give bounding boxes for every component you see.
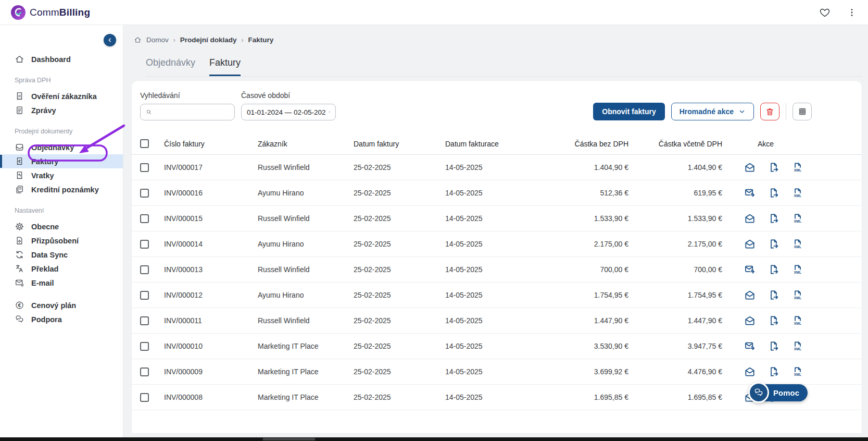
- billing-date: 14-05-2025: [445, 291, 537, 299]
- email-gear-icon: [15, 278, 24, 288]
- sidebar-collapse-button[interactable]: [104, 34, 116, 46]
- customer-name: Marketing IT Place: [258, 368, 354, 376]
- amount-gross: 619,95 €: [634, 189, 728, 197]
- search-input[interactable]: [156, 108, 229, 116]
- sidebar-item-obecne[interactable]: Obecne: [0, 219, 123, 234]
- sidebar-item-ov-en-z-kazn-ka[interactable]: Ověření zákazníka: [0, 89, 123, 103]
- sidebar-item-cenov-pl-n[interactable]: €Cenový plán: [0, 298, 123, 312]
- tab-objednavky[interactable]: Objednávky: [146, 57, 195, 76]
- invoice-date: 25-02-2025: [354, 240, 445, 248]
- return-receipt-icon: [15, 170, 24, 180]
- envelope-send-icon[interactable]: [744, 264, 756, 275]
- refresh-invoices-button[interactable]: Obnovit faktury: [593, 103, 664, 120]
- xml-file-icon[interactable]: XML: [792, 366, 803, 377]
- sidebar-item-e-mail[interactable]: E-mail: [0, 276, 123, 290]
- file-export-icon[interactable]: [768, 213, 779, 224]
- columns-button[interactable]: [792, 103, 812, 120]
- xml-file-icon[interactable]: XML: [792, 315, 803, 326]
- row-checkbox[interactable]: [140, 265, 149, 274]
- billing-date: 14-05-2025: [445, 342, 537, 350]
- tab-bar: Objednávky Faktury: [146, 57, 862, 77]
- xml-file-icon[interactable]: XML: [792, 162, 803, 173]
- amount-net: 700,00 €: [537, 265, 634, 274]
- amount-gross: 700,00 €: [634, 265, 728, 274]
- envelope-open-icon[interactable]: [744, 238, 756, 250]
- invoice-date: 25-02-2025: [354, 163, 445, 172]
- tab-faktury[interactable]: Faktury: [209, 57, 241, 76]
- file-export-icon[interactable]: [768, 340, 779, 352]
- sidebar-item-p-eklad[interactable]: Překlad: [0, 262, 123, 276]
- amount-gross: 1.404,90 €: [634, 163, 728, 172]
- table-row: INV/000010Marketing IT Place25-02-202514…: [132, 334, 862, 359]
- xml-file-icon[interactable]: XML: [792, 187, 803, 199]
- file-export-icon[interactable]: [768, 187, 779, 199]
- invoice-euro-icon: €: [15, 156, 24, 166]
- xml-file-icon[interactable]: XML: [792, 264, 803, 275]
- file-export-icon[interactable]: [768, 289, 779, 301]
- row-checkbox[interactable]: [140, 316, 149, 325]
- help-button[interactable]: Pomoc: [748, 382, 808, 403]
- brand-logo[interactable]: CommBilling: [10, 5, 90, 20]
- breadcrumb-faktury: Faktury: [248, 36, 274, 44]
- amount-net: 2.175,00 €: [537, 240, 634, 248]
- bulk-actions-button[interactable]: Hromadné akce: [671, 103, 754, 120]
- toolbar-divider: [786, 103, 786, 120]
- sidebar-item-label: Vratky: [31, 172, 54, 180]
- delete-button[interactable]: [760, 103, 779, 120]
- file-export-icon[interactable]: [768, 162, 779, 173]
- sidebar-item-zpr-vy[interactable]: Zprávy: [0, 103, 123, 117]
- select-all-checkbox[interactable]: [140, 139, 149, 148]
- billing-date: 14-05-2025: [445, 316, 537, 325]
- chat-bubbles-icon: [748, 382, 769, 403]
- row-checkbox[interactable]: [140, 214, 149, 223]
- breadcrumb-prodejni-doklady[interactable]: Prodejní doklady: [180, 36, 237, 44]
- date-range-input[interactable]: 01-01-2024 — 02-05-202: [241, 104, 336, 120]
- invoice-number: INV/000008: [164, 393, 258, 401]
- invoice-date: 25-02-2025: [354, 316, 445, 325]
- sidebar-item-label: Obecne: [31, 223, 59, 231]
- amount-net: 1.695,85 €: [537, 393, 634, 401]
- file-export-icon[interactable]: [768, 264, 779, 275]
- sidebar-item-p-izp-soben-[interactable]: Přizpůsobení: [0, 234, 123, 248]
- envelope-open-icon[interactable]: [744, 162, 756, 173]
- sidebar-item-data-sync[interactable]: Data Sync: [0, 248, 123, 262]
- file-export-icon[interactable]: [768, 315, 779, 326]
- customer-name: Russell Winfield: [258, 316, 354, 325]
- row-checkbox[interactable]: [140, 393, 149, 402]
- row-checkbox[interactable]: [140, 291, 149, 300]
- row-checkbox[interactable]: [140, 163, 149, 172]
- row-checkbox[interactable]: [140, 342, 149, 351]
- sidebar-item-faktury[interactable]: €Faktury: [0, 154, 123, 168]
- file-export-icon[interactable]: [768, 238, 779, 250]
- envelope-open-icon[interactable]: [744, 213, 756, 224]
- envelope-send-icon[interactable]: [744, 340, 756, 352]
- sidebar-item-vratky[interactable]: Vratky: [0, 168, 123, 182]
- envelope-open-icon[interactable]: [744, 289, 756, 301]
- invoice-date: 25-02-2025: [354, 265, 445, 274]
- file-export-icon[interactable]: [768, 366, 779, 377]
- row-checkbox[interactable]: [140, 189, 149, 198]
- sidebar-item-objedn-vky[interactable]: Objednávky: [0, 140, 123, 154]
- row-checkbox[interactable]: [140, 240, 149, 249]
- breadcrumb-domov[interactable]: Domov: [146, 36, 169, 44]
- invoice-number: INV/000012: [164, 291, 258, 299]
- xml-file-icon[interactable]: XML: [792, 340, 803, 352]
- row-checkbox[interactable]: [140, 368, 149, 376]
- sidebar-item-label: Data Sync: [31, 251, 68, 259]
- sidebar-item-dashboard[interactable]: Dashboard: [0, 52, 123, 66]
- xml-file-icon[interactable]: XML: [792, 238, 803, 250]
- envelope-open-icon[interactable]: [744, 366, 756, 377]
- customer-name: Marketing IT Place: [258, 342, 354, 350]
- horizontal-scrollbar[interactable]: [0, 437, 868, 441]
- heart-icon[interactable]: [818, 6, 832, 19]
- date-range-value: 01-01-2024 — 02-05-202: [247, 108, 326, 116]
- horizontal-scrollbar-thumb[interactable]: [263, 438, 315, 440]
- svg-text:XML: XML: [794, 194, 801, 198]
- xml-file-icon[interactable]: XML: [792, 213, 803, 224]
- sidebar-item-kreditn-pozn-mky[interactable]: Kreditní poznámky: [0, 182, 123, 197]
- xml-file-icon[interactable]: XML: [792, 289, 803, 301]
- sidebar-item-podpora[interactable]: Podpora: [0, 312, 123, 326]
- kebab-menu-icon[interactable]: [845, 6, 859, 19]
- envelope-send-icon[interactable]: [744, 187, 756, 199]
- envelope-open-icon[interactable]: [744, 315, 756, 326]
